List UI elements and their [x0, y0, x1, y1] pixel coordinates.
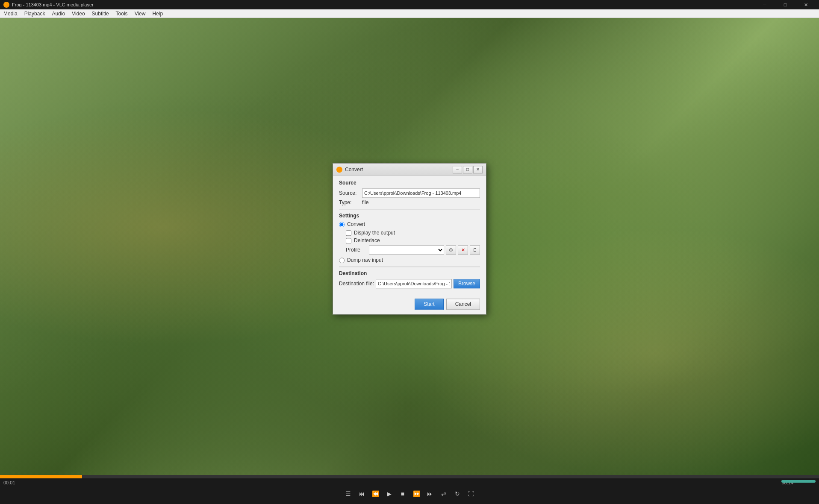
dialog-overlay: 🔶 Convert – □ ✕ Source Source: Type: fil… — [0, 18, 819, 475]
dialog-titlebar: 🔶 Convert – □ ✕ — [333, 164, 486, 176]
convert-radio[interactable] — [339, 222, 345, 227]
dest-input[interactable] — [376, 279, 452, 288]
destination-section-title: Destination — [339, 270, 480, 276]
minimize-button[interactable]: ─ — [755, 0, 775, 9]
destination-row: Destination file: Browse — [339, 279, 480, 288]
menu-help[interactable]: Help — [149, 10, 166, 18]
display-output-row: Display the output — [346, 230, 480, 236]
dialog-minimize-button[interactable]: – — [453, 166, 462, 173]
menu-tools[interactable]: Tools — [112, 10, 131, 18]
display-output-label[interactable]: Display the output — [354, 230, 395, 236]
player-controls: ☰ ⏮ ⏪ ▶ ■ ⏩ ⏭ ⇄ ↻ ⛶ — [0, 488, 819, 500]
menu-audio[interactable]: Audio — [48, 10, 68, 18]
deinterlace-label[interactable]: Deinterlace — [354, 237, 380, 243]
stop-button[interactable]: ■ — [397, 488, 409, 500]
dialog-vlc-icon: 🔶 — [336, 167, 342, 173]
profile-delete-button[interactable]: ✕ — [458, 245, 468, 255]
cancel-button[interactable]: Cancel — [446, 299, 480, 310]
profile-settings-button[interactable]: ⚙ — [446, 245, 456, 255]
time-current: 00:01 — [3, 480, 15, 485]
vlc-icon: 🔶 — [3, 2, 9, 8]
menubar: Media Playback Audio Video Subtitle Tool… — [0, 9, 819, 18]
settings-section-title: Settings — [339, 213, 480, 219]
start-button[interactable]: Start — [415, 299, 443, 310]
type-value: file — [362, 199, 368, 205]
app-title: Frog - 113403.mp4 - VLC media player — [12, 2, 94, 7]
maximize-button[interactable]: □ — [775, 0, 795, 9]
convert-radio-row: Convert — [339, 221, 480, 227]
dialog-content: Source Source: Type: file Settings Conve… — [333, 176, 486, 296]
convert-radio-label[interactable]: Convert — [347, 221, 365, 227]
prev-button[interactable]: ⏮ — [356, 488, 368, 500]
play-button[interactable]: ▶ — [383, 488, 395, 500]
titlebar-controls: ─ □ ✕ — [755, 0, 816, 9]
next-button[interactable]: ⏭ — [424, 488, 436, 500]
divider-2 — [339, 267, 480, 267]
profile-new-button[interactable]: 🗒 — [470, 245, 480, 255]
dialog-title: Convert — [345, 167, 363, 173]
dest-file-label: Destination file: — [339, 281, 374, 287]
player-bar: 00:01 00:14 ☰ ⏮ ⏪ ▶ ■ ⏩ ⏭ ⇄ ↻ ⛶ — [0, 475, 819, 504]
fullscreen-button[interactable]: ⛶ — [465, 488, 477, 500]
source-label: Source: — [339, 190, 360, 196]
menu-playback[interactable]: Playback — [21, 10, 49, 18]
profile-row: Profile ⚙ ✕ 🗒 — [346, 245, 480, 255]
progress-fill — [0, 475, 82, 478]
profile-select[interactable] — [369, 245, 444, 255]
dialog-close-button[interactable]: ✕ — [473, 166, 483, 173]
dump-raw-row: Dump raw input — [339, 257, 480, 263]
dialog-title-left: 🔶 Convert — [336, 167, 363, 173]
dialog-maximize-button[interactable]: □ — [463, 166, 472, 173]
back-button[interactable]: ⏪ — [369, 488, 381, 500]
divider-1 — [339, 209, 480, 209]
playlist-button[interactable]: ☰ — [342, 488, 354, 500]
progress-bar[interactable] — [0, 475, 819, 478]
titlebar-left: 🔶 Frog - 113403.mp4 - VLC media player — [3, 2, 94, 8]
profile-label: Profile — [346, 247, 367, 253]
volume-bar[interactable] — [781, 480, 816, 483]
close-button[interactable]: ✕ — [796, 0, 816, 9]
source-input[interactable] — [362, 188, 480, 198]
convert-dialog: 🔶 Convert – □ ✕ Source Source: Type: fil… — [333, 163, 486, 314]
random-button[interactable]: ⇄ — [438, 488, 450, 500]
dump-radio[interactable] — [339, 258, 345, 263]
type-label: Type: — [339, 199, 360, 205]
menu-view[interactable]: View — [131, 10, 149, 18]
source-row: Source: — [339, 188, 480, 198]
browse-button[interactable]: Browse — [454, 279, 480, 288]
forward-button[interactable]: ⏩ — [410, 488, 422, 500]
menu-media[interactable]: Media — [0, 10, 21, 18]
type-row: Type: file — [339, 199, 480, 205]
deinterlace-checkbox[interactable] — [346, 238, 351, 243]
menu-subtitle[interactable]: Subtitle — [88, 10, 112, 18]
repeat-button[interactable]: ↻ — [451, 488, 463, 500]
dialog-footer: Start Cancel — [333, 296, 486, 314]
dump-radio-label[interactable]: Dump raw input — [347, 257, 383, 263]
menu-video[interactable]: Video — [68, 10, 88, 18]
titlebar: 🔶 Frog - 113403.mp4 - VLC media player ─… — [0, 0, 819, 9]
display-output-checkbox[interactable] — [346, 230, 351, 236]
dialog-controls: – □ ✕ — [453, 166, 483, 173]
source-section-title: Source — [339, 180, 480, 186]
deinterlace-row: Deinterlace — [346, 237, 480, 243]
volume-fill — [781, 480, 816, 483]
